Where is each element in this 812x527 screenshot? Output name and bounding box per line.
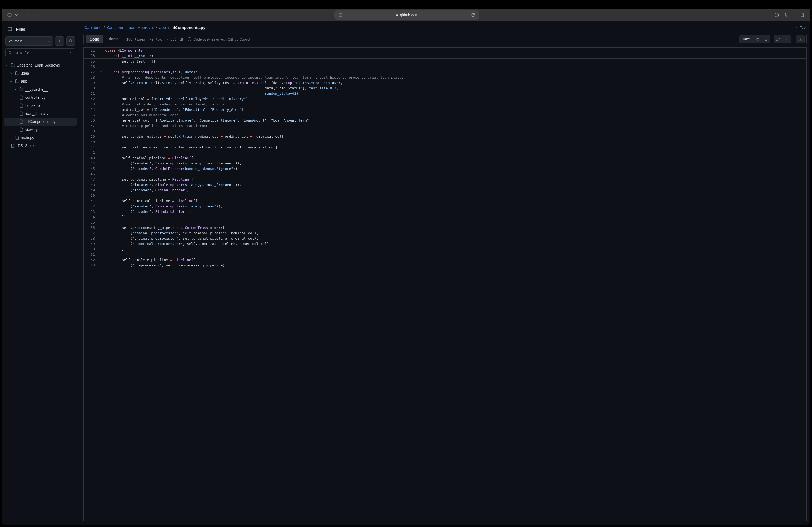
tree-folder[interactable]: .idea: [4, 69, 77, 77]
search-button[interactable]: [66, 36, 75, 46]
edit-dropdown-icon[interactable]: [782, 35, 791, 43]
line-number[interactable]: 31: [84, 91, 100, 96]
fold-gutter: [100, 107, 105, 112]
reader-mode-icon[interactable]: [336, 11, 345, 19]
collapse-sidebar-icon[interactable]: [6, 25, 13, 33]
tree-file[interactable]: .DS_Store: [4, 142, 77, 150]
line-number[interactable]: 63: [84, 263, 100, 268]
fold-gutter: [100, 220, 105, 225]
line-number[interactable]: 37: [84, 123, 100, 129]
line-number[interactable]: 58: [84, 236, 100, 241]
line-number[interactable]: 39: [84, 134, 100, 139]
tree-file[interactable]: house.ico: [4, 102, 77, 109]
line-number[interactable]: 34: [84, 107, 100, 112]
tree-file[interactable]: controller.py: [4, 93, 77, 102]
branch-selector[interactable]: main ▾: [5, 36, 53, 46]
tree-folder[interactable]: Capstone_Loan_Approval: [4, 61, 77, 69]
back-icon[interactable]: [24, 11, 32, 19]
url-bar[interactable]: github.com: [334, 11, 479, 19]
line-number[interactable]: 42: [84, 150, 100, 155]
line-number[interactable]: 28: [84, 75, 100, 80]
line-number[interactable]: 61: [84, 252, 100, 257]
raw-button[interactable]: Raw: [739, 35, 753, 43]
tree-item-label: controller.py: [25, 95, 45, 100]
line-number[interactable]: 51: [84, 198, 100, 204]
tabs-overview-icon[interactable]: [799, 11, 807, 19]
line-number[interactable]: 52: [84, 204, 100, 209]
line-number[interactable]: 43: [84, 155, 100, 161]
tree-file[interactable]: main.py: [4, 134, 77, 142]
file-search-input[interactable]: Go to file t: [5, 48, 75, 57]
tree-file[interactable]: mlComponents.py: [4, 118, 77, 125]
line-number[interactable]: 25: [84, 59, 100, 64]
line-number[interactable]: 30: [84, 86, 100, 91]
copilot-hint[interactable]: Code 55% faster with GitHub Copilot: [187, 37, 250, 41]
code-line: ("imputer", SimpleImputer(strategy='mean…: [105, 204, 409, 209]
line-number[interactable]: 45: [84, 166, 100, 171]
tab-code[interactable]: Code: [86, 35, 103, 43]
code-line: ("nominal_preprocessor", self.nominal_pi…: [105, 230, 409, 236]
line-number[interactable]: 11: [84, 48, 100, 53]
line-number[interactable]: 46: [84, 171, 100, 177]
search-kbd-hint: t: [68, 51, 73, 55]
branch-name: main: [14, 39, 22, 43]
copy-icon[interactable]: [753, 35, 762, 43]
line-number[interactable]: 32: [84, 96, 100, 102]
line-number[interactable]: 62: [84, 257, 100, 263]
fold-gutter: [100, 198, 105, 204]
download-icon[interactable]: [762, 35, 770, 43]
line-number[interactable]: 49: [84, 187, 100, 193]
code-viewer[interactable]: 25 self.y_test = []2627 def preprocessin…: [83, 59, 807, 522]
line-number[interactable]: 48: [84, 182, 100, 187]
code-line: self.ordinal_pipeline = Pipeline([: [105, 177, 409, 182]
downloads-icon[interactable]: [773, 11, 781, 19]
tree-item-label: .idea: [21, 71, 29, 75]
tree-file[interactable]: view.py: [4, 125, 77, 134]
line-number[interactable]: 41: [84, 145, 100, 150]
search-icon: [8, 51, 12, 55]
line-number[interactable]: 26: [84, 64, 100, 70]
line-number[interactable]: 59: [84, 241, 100, 246]
line-number[interactable]: 38: [84, 129, 100, 134]
line-number[interactable]: 55: [84, 220, 100, 225]
svg-point-11: [70, 40, 72, 42]
breadcrumb-link[interactable]: app: [159, 25, 166, 30]
line-number[interactable]: 47: [84, 177, 100, 182]
reload-icon[interactable]: [469, 11, 477, 19]
fold-gutter: [100, 177, 105, 182]
new-tab-icon[interactable]: [790, 11, 798, 19]
tree-item-label: Capstone_Loan_Approval: [17, 63, 60, 67]
tab-blame[interactable]: Blame: [104, 35, 122, 43]
line-number[interactable]: 29: [84, 80, 100, 86]
scroll-to-top-link[interactable]: Top: [796, 26, 806, 30]
line-number[interactable]: 60: [84, 246, 100, 252]
fold-gutter: [100, 91, 105, 96]
line-number[interactable]: 35: [84, 112, 100, 118]
line-number[interactable]: 57: [84, 230, 100, 236]
code-line: [105, 150, 409, 155]
line-number[interactable]: 54: [84, 214, 100, 220]
line-number[interactable]: 44: [84, 161, 100, 166]
line-number[interactable]: 36: [84, 118, 100, 123]
add-file-button[interactable]: [55, 36, 64, 46]
fold-gutter[interactable]: [100, 70, 105, 75]
line-number[interactable]: 53: [84, 209, 100, 214]
line-number[interactable]: 56: [84, 225, 100, 230]
tree-file[interactable]: loan_data.csv: [4, 109, 77, 118]
line-number[interactable]: 27: [84, 70, 100, 75]
share-icon[interactable]: [781, 11, 789, 19]
breadcrumb-link[interactable]: Capstone_Loan_Approval: [107, 25, 154, 30]
breadcrumb-link[interactable]: Capstone: [84, 25, 102, 30]
chevron-down-icon[interactable]: [14, 11, 19, 19]
code-line: self.numerical_pipeline = Pipeline([: [105, 198, 409, 204]
line-number[interactable]: 33: [84, 102, 100, 107]
line-number[interactable]: 40: [84, 139, 100, 145]
tree-folder[interactable]: __pycache__: [4, 85, 77, 93]
tree-folder[interactable]: app: [4, 77, 77, 85]
symbols-icon[interactable]: [796, 35, 805, 43]
edit-icon[interactable]: [773, 35, 782, 43]
sidebar-toggle-icon[interactable]: [5, 11, 13, 19]
line-number[interactable]: 50: [84, 193, 100, 198]
code-line: ]): [105, 246, 409, 252]
line-number[interactable]: 13: [84, 53, 100, 59]
